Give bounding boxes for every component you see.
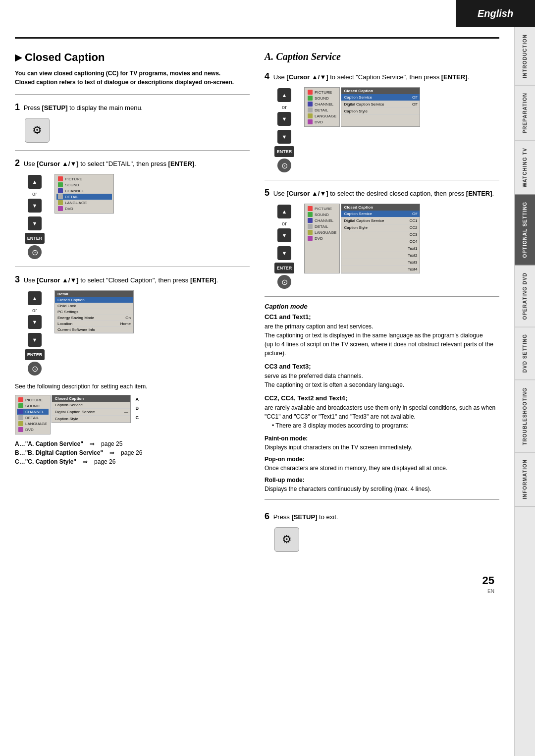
nav-arrows-3: ▲ or ▼ ▼ ENTER ⊙ (25, 290, 45, 376)
side-menu-sound: SOUND (17, 403, 49, 409)
detail-title: Detail (55, 291, 133, 297)
side-menu-language: LANGUAGE (17, 421, 49, 427)
divider-5 (265, 296, 499, 297)
step5-cc-menu: Closed Caption Caption ServiceOff Digita… (341, 204, 420, 273)
or-text-2: or (32, 191, 37, 197)
cc2-title: CC2, CC4, Text2 and Text4; (265, 394, 499, 402)
ref-b-label: B…"B. Digital Caption Service" (15, 449, 103, 456)
label-c: C (135, 415, 139, 420)
or-text-5: or (282, 220, 287, 226)
setup-icon-1: ⚙ (25, 118, 50, 143)
paint-body: Displays input characters on the TV scre… (265, 443, 499, 452)
remote-icon-4: ⊙ (277, 159, 291, 172)
sidebar-section-optional: OPTIONAL SETTING (515, 195, 535, 266)
divider-2 (15, 150, 250, 151)
language-label: English (478, 8, 513, 19)
s5-channel: CHANNEL (306, 217, 338, 223)
top-divider (15, 37, 499, 39)
step-1-num: 1 (15, 102, 20, 112)
step-1-header: 1 Press [SETUP] to display the main menu… (15, 101, 250, 114)
step-2-num: 2 (15, 158, 20, 168)
menu-row-picture: PICTURE (56, 176, 112, 182)
step-4-header: 4 Use [Cursor ▲/▼] to select "Caption Se… (265, 70, 499, 83)
s5-detail: DETAIL (306, 223, 338, 229)
cc2-body: are rarely available and broadcasters us… (265, 403, 499, 430)
ref-a-page: page 25 (101, 440, 122, 447)
step4-menus: PICTURE SOUND CHANNEL (304, 87, 420, 127)
divider-3 (15, 267, 250, 267)
caption-mode-title: Caption mode (265, 303, 499, 310)
down-arrow-3b: ▼ (28, 333, 42, 347)
step-2-diagram: ▲ or ▼ ▼ ENTER ⊙ PICTURE (25, 174, 250, 259)
remote-icon-3: ⊙ (28, 362, 42, 376)
remote-icon-5: ⊙ (277, 275, 291, 289)
ref-a: A…"A. Caption Service" ⇒ page 25 (15, 440, 250, 447)
menu-row-sound: SOUND (56, 182, 112, 188)
right-heading: A. Caption Service (265, 51, 499, 62)
up-arrow-2: ▲ (28, 175, 42, 189)
detail-row-childlock: Child Lock (55, 303, 133, 309)
ref-c-arrow: ⇒ (83, 458, 88, 465)
rollup-body: Displays the characters continuously by … (265, 485, 499, 493)
detail-row-software: Current Software Info (55, 327, 133, 333)
step-4: 4 Use [Cursor ▲/▼] to select "Caption Se… (265, 70, 499, 172)
step-5-header: 5 Use [Cursor ▲/▼] to select the desired… (265, 186, 499, 200)
s4-language: LANGUAGE (306, 113, 338, 119)
ref-a-arrow: ⇒ (90, 440, 95, 447)
abc-labels: A B C (135, 395, 139, 422)
cc-mini-title: Closed Caption (52, 395, 130, 402)
enter-btn-4: ENTER (274, 146, 294, 157)
section-intro: You can view closed captioning (CC) for … (15, 69, 250, 87)
menu-row-language: LANGUAGE (56, 200, 112, 206)
step4-cc-title: Closed Caption (341, 88, 420, 94)
enter-btn-3: ENTER (25, 349, 45, 360)
left-column: ▶ Closed Caption You can view closed cap… (15, 51, 250, 559)
up-arrow-3: ▲ (28, 291, 42, 305)
detail-row-energy: Energy Saving ModeOn (55, 315, 133, 321)
page-lang: EN (487, 589, 494, 594)
or-text-3: or (32, 307, 37, 313)
main-content: ▶ Closed Caption You can view closed cap… (0, 0, 514, 609)
s5-picture: PICTURE (306, 206, 338, 212)
divider-1 (15, 94, 250, 95)
step-6-header: 6 Press [SETUP] to exit. (265, 510, 499, 523)
ref-b-arrow: ⇒ (109, 449, 114, 456)
sidebar-section-introduction: INTRODUCTION (515, 27, 535, 86)
two-column-layout: ▶ Closed Caption You can view closed cap… (15, 51, 499, 559)
right-column: A. Caption Service 4 Use [Cursor ▲/▼] to… (265, 51, 499, 559)
language-bar: English (456, 0, 535, 27)
down-arrow-4b: ▼ (277, 130, 291, 144)
step-4-diagram: ▲ or ▼ ▼ ENTER ⊙ PICTURE (274, 87, 499, 172)
nav-arrows-5: ▲ or ▼ ▼ ENTER ⊙ (274, 204, 294, 289)
step5-menus: PICTURE SOUND CHANNEL (304, 204, 420, 273)
cc2-bullet: There are 3 display modes according to p… (272, 421, 499, 430)
side-menu-picture: PICTURE (17, 397, 49, 403)
s4-dvd: DVD (306, 119, 338, 125)
nav-arrows-2: ▲ or ▼ ▼ ENTER ⊙ (25, 174, 45, 259)
right-sidebar: INTRODUCTION PREPARATION WATCHING TV OPT… (514, 0, 535, 756)
down-arrow-5: ▼ (277, 228, 291, 242)
pop-title: Pop-on mode: (265, 456, 499, 463)
step-3: 3 Use [Cursor ▲/▼] to select "Closed Cap… (15, 273, 250, 376)
detail-menu-screenshot: Detail Closed Caption Child Lock PC Sett… (54, 290, 134, 333)
label-a: A (135, 397, 139, 402)
step4-digital-row: Digital Caption ServiceOff (341, 101, 420, 108)
side-menu-channel: CHANNEL (17, 409, 49, 415)
step-2-header: 2 Use [Cursor ▲/▼] to select "DETAIL", t… (15, 157, 250, 170)
step-5: 5 Use [Cursor ▲/▼] to select the desired… (265, 186, 499, 289)
s5-dvd: DVD (306, 235, 338, 241)
cc1-body: are the primary caption and text service… (265, 322, 499, 358)
step5-text1: Text1 (341, 245, 420, 252)
step5-cc-title: Closed Caption (341, 204, 420, 211)
label-b: B (135, 406, 139, 411)
paint-title: Paint-on mode: (265, 435, 499, 442)
s5-sound: SOUND (306, 212, 338, 217)
detail-row-location: LocationHome (55, 321, 133, 327)
cc1-title: CC1 and Text1; (265, 313, 499, 321)
menu-row-dvd: DVD (56, 206, 112, 212)
page-number: 25 (482, 574, 494, 587)
s4-sound: SOUND (306, 95, 338, 101)
s5-language: LANGUAGE (306, 229, 338, 235)
step-3-diagram: ▲ or ▼ ▼ ENTER ⊙ Detail Closed Caption (25, 290, 250, 376)
step-6: 6 Press [SETUP] to exit. ⚙ (265, 510, 499, 552)
